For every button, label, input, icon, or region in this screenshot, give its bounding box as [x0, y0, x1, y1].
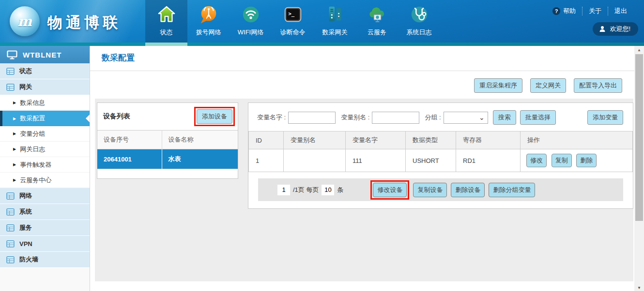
- sidebar-item-label: 云服务中心: [20, 176, 51, 185]
- brand-logo: m: [10, 6, 40, 36]
- variable-name-filter-label: 变量名字 :: [257, 113, 286, 122]
- gateway-icon: [325, 4, 345, 25]
- sidebar-item-network[interactable]: 网络: [0, 188, 90, 204]
- welcome-badge[interactable]: 欢迎您!: [593, 22, 638, 36]
- nav-tab-data-gateway[interactable]: 数采网关: [314, 0, 356, 43]
- submenu-arrow-icon: ▶: [13, 131, 16, 136]
- sidebar-item-label: 网络: [19, 191, 32, 200]
- scrollbar-thumb[interactable]: [635, 54, 643, 221]
- delete-group-variable-button[interactable]: 删除分组变量: [489, 183, 535, 197]
- actions-column-header: 操作: [521, 131, 633, 149]
- sidebar: WTBLNET 状态 网关 ▶ 数采信息 ▶ 数采配置 ▶ 变量分组 ▶ 网关日…: [0, 46, 90, 291]
- variable-row: 1 111 USHORT RD1 修改 复制 删除: [249, 149, 633, 172]
- variable-id-cell: 1: [249, 149, 284, 172]
- annotation-box-modify-device: 修改设备: [370, 180, 409, 200]
- add-variable-button[interactable]: 添加变量: [587, 110, 623, 125]
- group-filter-select[interactable]: ⌄: [444, 112, 488, 124]
- app-header: m 物通博联 状态: [0, 0, 644, 46]
- sidebar-item-cloud-center[interactable]: ▶ 云服务中心: [0, 173, 90, 188]
- modify-device-button[interactable]: 修改设备: [373, 183, 407, 197]
- add-device-button[interactable]: 添加设备: [197, 109, 232, 124]
- sidebar-item-event-trigger[interactable]: ▶ 事件触发器: [0, 157, 90, 173]
- grid-icon: [6, 208, 15, 216]
- copy-device-button[interactable]: 复制设备: [413, 183, 447, 197]
- sidebar-item-service[interactable]: 服务: [0, 220, 90, 236]
- device-table-header-row: 设备序号 设备名称: [97, 131, 238, 149]
- nav-tab-diagnostic-command[interactable]: >_ 诊断命令: [272, 0, 314, 43]
- variable-alias-filter-label: 变量别名 :: [341, 113, 369, 122]
- device-name-column-header: 设备名称: [162, 131, 238, 149]
- variable-type-cell: USHORT: [406, 149, 456, 172]
- define-gateway-button[interactable]: 定义网关: [530, 78, 566, 93]
- home-icon: [156, 4, 177, 25]
- variable-actions-cell: 修改 复制 删除: [521, 149, 633, 172]
- header-bottom-strip: [0, 43, 644, 46]
- device-name-cell: 水表: [162, 149, 238, 169]
- annotation-box-add-device: 添加设备: [194, 107, 235, 126]
- sidebar-item-label: 状态: [19, 67, 32, 75]
- modify-variable-button[interactable]: 修改: [526, 154, 547, 167]
- device-empty-row: [97, 169, 238, 178]
- about-link[interactable]: 关于: [582, 7, 608, 15]
- sidebar-item-variable-group[interactable]: ▶ 变量分组: [0, 126, 90, 142]
- grid-icon: [6, 256, 15, 263]
- config-import-export-button[interactable]: 配置导入导出: [574, 78, 622, 93]
- nav-tab-label: WIFI网络: [238, 28, 263, 37]
- nav-tab-cloud-service[interactable]: 云服务: [356, 0, 398, 43]
- header-links: ? 帮助 关于 退出: [546, 7, 633, 15]
- submenu-arrow-icon: ▶: [13, 147, 16, 151]
- vertical-scrollbar[interactable]: ▲ ▼: [634, 46, 644, 291]
- user-icon: [599, 26, 606, 32]
- sidebar-item-label: 变量分组: [20, 130, 45, 138]
- device-row-selected[interactable]: 20641001 水表: [97, 149, 238, 169]
- device-list-title: 设备列表: [103, 112, 130, 121]
- nav-tab-label: 诊断命令: [280, 28, 306, 37]
- restart-collector-button[interactable]: 重启采集程序: [474, 78, 522, 93]
- delete-variable-button[interactable]: 删除: [576, 154, 597, 167]
- sidebar-item-system[interactable]: 系统: [0, 204, 90, 220]
- sidebar-item-status[interactable]: 状态: [0, 63, 90, 79]
- page-number-input[interactable]: [277, 185, 290, 195]
- main-content: 数采配置 重启采集程序 定义网关 配置导入导出 设备列表 添加设备 设备序号 设…: [90, 46, 634, 291]
- nav-tab-status[interactable]: 状态: [145, 0, 187, 43]
- nav-tab-system-log[interactable]: 系统日志: [398, 0, 440, 43]
- sidebar-item-gateway[interactable]: 网关: [0, 79, 90, 95]
- register-column-header: 寄存器: [456, 131, 521, 149]
- dial-network-icon: [199, 4, 219, 25]
- alias-column-header: 变量别名: [284, 131, 346, 149]
- device-serial-cell: 20641001: [97, 149, 162, 169]
- submenu-arrow-icon: ▶: [13, 162, 16, 167]
- scroll-down-icon[interactable]: ▼: [634, 286, 644, 290]
- nav-tab-wifi-network[interactable]: WIFI网络: [230, 0, 272, 43]
- sidebar-item-data-config[interactable]: ▶ 数采配置: [0, 111, 90, 126]
- page-size-input[interactable]: [322, 185, 334, 195]
- nav-tab-label: 云服务: [368, 28, 386, 37]
- variable-alias-filter-input[interactable]: [372, 112, 419, 124]
- page-toolbar: 重启采集程序 定义网关 配置导入导出: [90, 71, 634, 93]
- nav-tab-dial-network[interactable]: 拨号网络: [187, 0, 230, 43]
- copy-variable-button[interactable]: 复制: [552, 154, 572, 167]
- chevron-down-icon: ⌄: [479, 115, 485, 120]
- variable-panel: 变量名字 : 变量别名 : 分组 : ⌄ 搜索 批量选择 添加变量: [248, 102, 633, 209]
- help-link[interactable]: ? 帮助: [546, 7, 582, 15]
- sidebar-item-firewall[interactable]: 防火墙: [0, 252, 90, 268]
- sidebar-item-data-info[interactable]: ▶ 数采信息: [0, 95, 90, 111]
- batch-select-button[interactable]: 批量选择: [520, 110, 556, 125]
- delete-device-button[interactable]: 删除设备: [451, 183, 485, 197]
- search-button[interactable]: 搜索: [493, 110, 516, 125]
- scroll-up-icon[interactable]: ▲: [634, 46, 644, 54]
- variable-filter-bar: 变量名字 : 变量别名 : 分组 : ⌄ 搜索 批量选择 添加变量: [248, 103, 633, 131]
- logout-link[interactable]: 退出: [608, 7, 633, 15]
- sidebar-item-vpn[interactable]: VPN: [0, 236, 90, 252]
- sidebar-item-label: 服务: [19, 223, 32, 232]
- sidebar-item-gateway-log[interactable]: ▶ 网关日志: [0, 142, 90, 157]
- help-icon: ?: [552, 7, 560, 15]
- help-link-label: 帮助: [563, 7, 576, 15]
- sidebar-item-label: 系统: [19, 207, 32, 216]
- grid-icon: [6, 192, 15, 200]
- nav-tab-label: 状态: [160, 28, 173, 37]
- grid-icon: [6, 224, 15, 232]
- about-link-label: 关于: [589, 7, 601, 15]
- variable-name-filter-input[interactable]: [288, 112, 336, 124]
- variable-table: ID 变量别名 变量名字 数据类型 寄存器 操作 1 111 USHORT RD…: [248, 131, 633, 172]
